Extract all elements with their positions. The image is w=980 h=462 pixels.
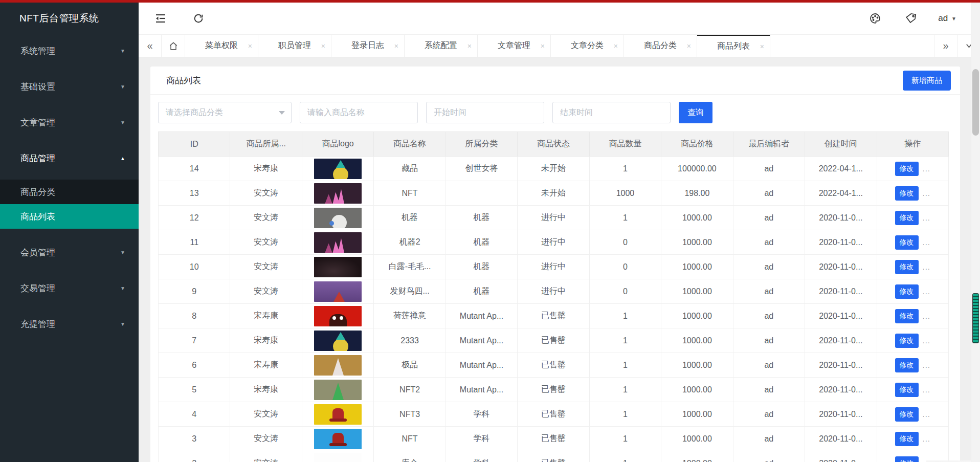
tab-close-icon[interactable]: ×: [467, 42, 472, 50]
cell-logo: [302, 378, 373, 402]
tabs-scroll-left-icon[interactable]: «: [139, 35, 162, 57]
more-actions-button[interactable]: ...: [923, 410, 931, 419]
product-logo: [314, 453, 362, 462]
more-actions-button[interactable]: ...: [923, 361, 931, 369]
home-tab-icon[interactable]: [162, 35, 185, 57]
tab-label: 职员管理: [278, 40, 311, 51]
cell-qty: 1: [589, 378, 661, 402]
tab-文章管理[interactable]: 文章管理×: [478, 35, 551, 57]
tab-文章分类[interactable]: 文章分类×: [551, 35, 624, 57]
logo-art: [333, 167, 348, 179]
table-row: 2安文涛库仑学科已售罄11000.00ad2020-11-0...修改...: [159, 451, 949, 462]
tab-label: 系统配置: [425, 40, 457, 51]
collapse-sidebar-icon[interactable]: [154, 12, 167, 25]
cell-name: 发财鸟四...: [374, 279, 446, 304]
tab-菜单权限[interactable]: 菜单权限×: [185, 35, 258, 57]
more-actions-button[interactable]: ...: [923, 238, 931, 247]
more-actions-button[interactable]: ...: [923, 189, 931, 197]
sidebar-item-充提管理[interactable]: 充提管理▼: [0, 312, 139, 336]
edit-button[interactable]: 修改: [895, 358, 919, 372]
edit-button[interactable]: 修改: [895, 186, 919, 201]
tab-商品列表[interactable]: 商品列表×: [697, 35, 770, 57]
cell-logo: [302, 427, 373, 451]
more-actions-button[interactable]: ...: [923, 336, 931, 345]
tab-label: 商品列表: [717, 41, 750, 52]
category-select[interactable]: 请选择商品分类: [158, 102, 292, 123]
scrollbar-thumb-gray[interactable]: [972, 69, 979, 136]
cell-owner: 宋寿康: [230, 378, 302, 402]
chevron-down-icon: ▼: [120, 285, 125, 291]
tab-close-icon[interactable]: ×: [394, 42, 398, 50]
edit-button[interactable]: 修改: [895, 456, 919, 462]
cell-name: 藏品: [374, 157, 446, 181]
tab-系统配置[interactable]: 系统配置×: [405, 35, 478, 57]
more-actions-button[interactable]: ...: [923, 312, 931, 320]
cell-created: 2020-11-0...: [805, 378, 877, 402]
app-title: NFT后台管理系统: [0, 3, 139, 34]
tab-close-icon[interactable]: ×: [541, 42, 545, 50]
more-actions-button[interactable]: ...: [923, 213, 931, 222]
tab-登录日志[interactable]: 登录日志×: [331, 35, 405, 57]
edit-button[interactable]: 修改: [895, 211, 919, 225]
add-product-button[interactable]: 新增商品: [903, 71, 951, 91]
edit-button[interactable]: 修改: [895, 260, 919, 274]
cell-owner: 安文涛: [230, 427, 302, 451]
tab-close-icon[interactable]: ×: [687, 42, 691, 50]
palette-icon[interactable]: [868, 12, 882, 25]
cell-actions: 修改...: [877, 353, 948, 378]
refresh-icon[interactable]: [192, 12, 205, 25]
edit-button[interactable]: 修改: [895, 235, 919, 250]
sidebar-item-商品管理[interactable]: 商品管理▲: [0, 146, 139, 170]
actions-wrap: 修改...: [879, 186, 946, 201]
cell-actions: 修改...: [877, 378, 948, 402]
tag-icon[interactable]: [904, 12, 918, 25]
edit-button[interactable]: 修改: [895, 432, 919, 446]
table-row: 12安文涛机器机器进行中11000.00ad2020-11-0...修改...: [159, 206, 949, 230]
user-name: ad: [938, 13, 948, 24]
sidebar-item-会员管理[interactable]: 会员管理▼: [0, 240, 139, 265]
cell-name: 库仑: [374, 451, 446, 462]
edit-button[interactable]: 修改: [895, 309, 919, 323]
tabs-scroll-right-icon[interactable]: »: [934, 35, 957, 57]
sidebar-subitem-商品分类[interactable]: 商品分类: [0, 180, 139, 204]
cell-logo: [302, 206, 373, 230]
tab-close-icon[interactable]: ×: [248, 42, 252, 50]
query-button[interactable]: 查询: [679, 102, 712, 123]
logo-art: [340, 316, 343, 320]
start-time-input[interactable]: [426, 102, 544, 123]
edit-button[interactable]: 修改: [895, 407, 919, 422]
cell-status: 进行中: [518, 206, 589, 230]
edit-button[interactable]: 修改: [895, 383, 919, 397]
sidebar-item-基础设置[interactable]: 基础设置▼: [0, 74, 139, 99]
cell-logo: [302, 451, 373, 462]
product-name-input[interactable]: [300, 102, 418, 123]
more-actions-button[interactable]: ...: [923, 434, 931, 443]
logo-art: [336, 160, 345, 168]
tab-商品分类[interactable]: 商品分类×: [624, 35, 697, 57]
sidebar-item-文章管理[interactable]: 文章管理▼: [0, 110, 139, 135]
sidebar-subitem-商品列表[interactable]: 商品列表: [0, 204, 139, 229]
cell-status: 已售罄: [518, 402, 589, 427]
more-actions-button[interactable]: ...: [923, 385, 931, 394]
table-row: 6宋寿康极品Mutant Ap...已售罄11000.00ad2020-11-0…: [159, 353, 949, 378]
chevron-down-icon: ▼: [120, 48, 125, 54]
tab-close-icon[interactable]: ×: [321, 42, 325, 50]
edit-button[interactable]: 修改: [895, 334, 919, 348]
user-dropdown[interactable]: ad ▼: [938, 13, 956, 24]
tab-close-icon[interactable]: ×: [760, 42, 764, 51]
edit-button[interactable]: 修改: [895, 162, 919, 176]
more-actions-button[interactable]: ...: [923, 262, 931, 271]
cell-status: 进行中: [518, 279, 589, 304]
more-actions-button[interactable]: ...: [923, 164, 931, 173]
product-logo: [314, 429, 362, 449]
sidebar-item-系统管理[interactable]: 系统管理▼: [0, 38, 139, 63]
tab-close-icon[interactable]: ×: [614, 42, 618, 50]
more-actions-button[interactable]: ...: [923, 287, 931, 296]
end-time-input[interactable]: [552, 102, 671, 123]
tab-职员管理[interactable]: 职员管理×: [258, 35, 331, 57]
edit-button[interactable]: 修改: [895, 284, 919, 299]
cell-name: NFT: [374, 427, 446, 451]
cell-price: 1000.00: [661, 230, 733, 255]
scrollbar-thumb-green[interactable]: [972, 293, 979, 343]
sidebar-item-交易管理[interactable]: 交易管理▼: [0, 276, 139, 300]
